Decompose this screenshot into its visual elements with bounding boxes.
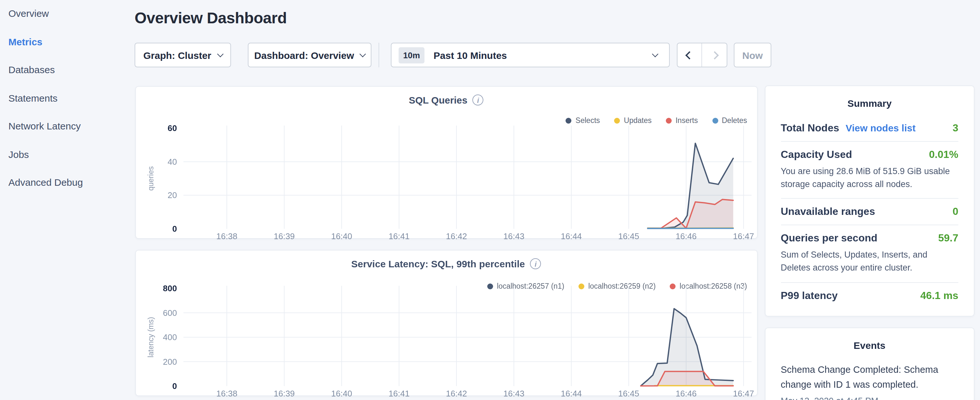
sidebar-item-overview[interactable]: Overview <box>8 8 118 19</box>
svg-text:16:46: 16:46 <box>675 389 696 398</box>
svg-text:16:39: 16:39 <box>274 231 294 241</box>
filter-divider <box>379 43 379 67</box>
svg-text:16:44: 16:44 <box>560 389 581 398</box>
sidebar-item-network-latency[interactable]: Network Latency <box>8 120 118 131</box>
svg-text:16:42: 16:42 <box>445 389 466 398</box>
summary-label: Unavailable ranges <box>781 206 875 217</box>
service-latency-chart-card: Service Latency: SQL, 99th percentile i … <box>135 250 757 396</box>
svg-text:16:40: 16:40 <box>331 389 352 398</box>
chevron-left-icon <box>685 51 694 59</box>
summary-row-unavailable-ranges: Unavailable ranges 0 <box>781 199 958 225</box>
svg-text:16:45: 16:45 <box>618 231 639 241</box>
svg-text:16:41: 16:41 <box>388 231 409 241</box>
svg-text:16:46: 16:46 <box>675 231 696 241</box>
svg-text:16:42: 16:42 <box>445 231 466 241</box>
svg-text:queries: queries <box>146 166 155 191</box>
graph-dropdown[interactable]: Graph: Cluster <box>135 43 231 67</box>
svg-text:600: 600 <box>163 308 177 318</box>
time-step-forward-button[interactable] <box>702 43 727 67</box>
summary-label: Queries per second <box>781 233 877 244</box>
summary-label: P99 latency <box>781 290 838 301</box>
svg-text:16:39: 16:39 <box>274 389 294 398</box>
time-range-badge: 10m <box>399 47 425 63</box>
svg-text:16:38: 16:38 <box>216 389 237 398</box>
svg-text:400: 400 <box>163 332 177 342</box>
sidebar-item-jobs[interactable]: Jobs <box>8 148 118 159</box>
svg-text:16:47: 16:47 <box>733 231 754 241</box>
svg-text:200: 200 <box>163 357 177 367</box>
chevron-down-icon <box>217 51 223 57</box>
sidebar-item-databases[interactable]: Databases <box>8 64 118 75</box>
summary-row-p99-latency: P99 latency 46.1 ms <box>781 282 958 308</box>
chevron-down-icon <box>360 51 366 57</box>
sidebar-item-metrics[interactable]: Metrics <box>8 36 118 47</box>
svg-text:40: 40 <box>167 157 177 167</box>
svg-text:16:47: 16:47 <box>733 389 754 398</box>
svg-text:16:38: 16:38 <box>216 231 237 241</box>
time-step-buttons <box>677 43 727 67</box>
sql-queries-chart-card: SQL Queries i SelectsUpdatesInsertsDelet… <box>135 86 757 239</box>
dashboard-dropdown-label: Dashboard: Overview <box>254 49 354 61</box>
graph-dropdown-label: Graph: Cluster <box>143 49 211 61</box>
svg-text:0: 0 <box>172 381 177 391</box>
sql-queries-chart-plot[interactable]: 020406016:3816:3916:4016:4116:4216:4316:… <box>135 87 758 239</box>
summary-row-queries-per-second: Queries per second 59.7 Sum of Selects, … <box>781 225 958 282</box>
summary-title: Summary <box>781 86 958 108</box>
svg-text:latency (ms): latency (ms) <box>146 317 155 357</box>
time-range-selector[interactable]: 10m Past 10 Minutes <box>391 43 670 67</box>
svg-text:16:45: 16:45 <box>618 389 639 398</box>
now-button[interactable]: Now <box>734 43 771 67</box>
summary-label: Capacity Used <box>781 148 852 160</box>
sidebar-item-advanced-debug[interactable]: Advanced Debug <box>8 177 118 188</box>
time-range-label: Past 10 Minutes <box>434 49 507 61</box>
svg-text:16:43: 16:43 <box>503 231 524 241</box>
svg-text:16:44: 16:44 <box>560 231 581 241</box>
view-nodes-list-link[interactable]: View nodes list <box>846 122 916 133</box>
summary-value: 3 <box>953 122 958 134</box>
summary-panel: Summary Total Nodes View nodes list 3 Ca… <box>765 85 975 316</box>
db-console-page: Overview Metrics Databases Statements Ne… <box>0 0 980 400</box>
summary-value: 59.7 <box>938 233 958 244</box>
page-title: Overview Dashboard <box>135 9 286 27</box>
svg-text:16:41: 16:41 <box>388 389 409 398</box>
summary-value: 0.01% <box>929 148 958 160</box>
event-item-text: Schema Change Completed: Schema change w… <box>781 362 958 392</box>
chevron-down-icon <box>652 51 659 57</box>
summary-subtext: Sum of Selects, Updates, Inserts, and De… <box>781 249 958 275</box>
summary-row-capacity-used: Capacity Used 0.01% You are using 28.6 M… <box>781 142 958 199</box>
sidebar-item-statements[interactable]: Statements <box>8 92 118 103</box>
events-title: Events <box>781 328 958 351</box>
service-latency-chart-plot[interactable]: 020040060080016:3816:3916:4016:4116:4216… <box>135 250 758 397</box>
svg-text:16:43: 16:43 <box>503 389 524 398</box>
svg-text:0: 0 <box>172 224 177 234</box>
svg-text:60: 60 <box>167 123 177 133</box>
sidebar-nav: Overview Metrics Databases Statements Ne… <box>0 0 127 213</box>
chevron-right-icon <box>710 51 718 59</box>
summary-value: 0 <box>953 206 958 217</box>
summary-subtext: You are using 28.6 MiB of 515.9 GiB usab… <box>781 165 958 191</box>
svg-text:16:40: 16:40 <box>331 231 352 241</box>
time-step-back-button[interactable] <box>678 43 702 67</box>
events-panel: Events Schema Change Completed: Schema c… <box>765 328 975 400</box>
event-item-timestamp: May 13, 2020 at 4:45 PM <box>781 396 958 400</box>
summary-value: 46.1 ms <box>921 290 958 301</box>
summary-row-total-nodes: Total Nodes View nodes list 3 <box>781 115 958 142</box>
summary-label: Total Nodes <box>781 122 839 134</box>
dashboard-dropdown[interactable]: Dashboard: Overview <box>248 43 371 67</box>
svg-text:800: 800 <box>163 284 177 293</box>
svg-text:20: 20 <box>167 190 177 200</box>
